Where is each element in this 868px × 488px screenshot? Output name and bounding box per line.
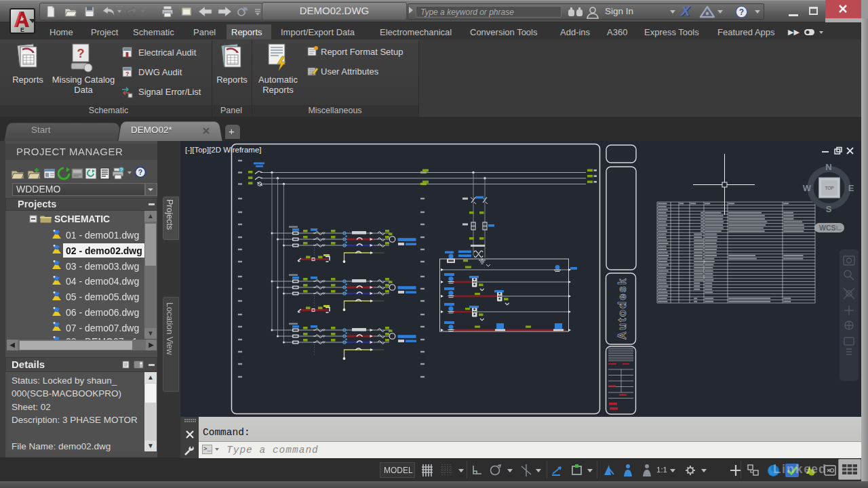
svg-text:TOP: TOP (825, 186, 833, 190)
svg-text:S: S (826, 204, 832, 214)
svg-text:W: W (803, 183, 812, 193)
svg-text:?: ? (138, 168, 142, 176)
svg-text:Autodesk: Autodesk (616, 278, 628, 340)
svg-text:E: E (848, 183, 854, 193)
svg-text:WCS: WCS (819, 224, 836, 232)
svg-text:N: N (825, 162, 831, 172)
svg-text:?: ? (120, 167, 123, 172)
svg-text:[-][Top][2D Wireframe]: [-][Top][2D Wireframe] (185, 146, 261, 154)
svg-text:E: E (20, 26, 24, 33)
